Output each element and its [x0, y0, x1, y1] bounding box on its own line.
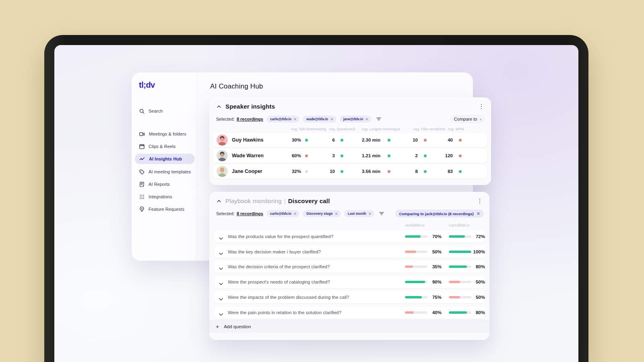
metric-value: 83 — [431, 164, 453, 179]
close-icon[interactable]: ✕ — [293, 212, 297, 216]
filter-chip[interactable]: Discovery stage ✕ — [303, 210, 341, 217]
question-row[interactable]: Was the decision criteria of the prospec… — [214, 261, 485, 273]
sidebar-item-feature-requests[interactable]: Feature Requests — [135, 204, 195, 214]
table-row[interactable]: Guy Hawkins 30% 6 2.30 min 10 40 — [213, 133, 487, 147]
chevron-down-icon — [219, 283, 223, 285]
sidebar-item-label: Integrations — [149, 194, 172, 199]
sidebar-item-ai-reports[interactable]: AI Reports — [135, 179, 195, 189]
expand-question-button[interactable] — [219, 264, 223, 272]
expand-question-button[interactable] — [219, 249, 223, 257]
sidebar-item-label: AI Insights Hub — [149, 156, 182, 161]
table-row[interactable]: Jane Cooper 32% 10 3.56 min 8 83 — [213, 164, 487, 179]
progress-value: 80% — [466, 306, 485, 319]
status-dot — [424, 139, 427, 142]
sidebar-item-integrations[interactable]: Integrations — [135, 191, 195, 202]
filter-chip[interactable]: carlo@tldv.io ✕ — [266, 115, 299, 123]
expand-question-button[interactable] — [219, 280, 223, 287]
question-row[interactable]: Were the pain points in relation to the … — [214, 306, 485, 319]
filter-icon[interactable] — [376, 117, 381, 121]
collapse-panel-button[interactable] — [216, 104, 222, 109]
metric-value: 2.30 min — [346, 133, 380, 147]
chevron-down-icon — [219, 267, 223, 270]
close-icon[interactable]: ✕ — [335, 212, 338, 216]
close-icon[interactable]: ✕ — [330, 117, 333, 121]
filter-chip[interactable]: jane@tldv.io ✕ — [340, 115, 372, 123]
chevron-down-icon — [219, 237, 223, 240]
collapse-panel-button[interactable] — [216, 198, 222, 204]
sidebar-item-search[interactable]: Search — [135, 106, 195, 116]
tag-icon — [139, 169, 144, 175]
question-row[interactable]: Were the impacts of the problem discusse… — [214, 291, 485, 303]
expand-question-button[interactable] — [219, 310, 223, 317]
sidebar-item-clips-reels[interactable]: Clips & Reels — [135, 141, 195, 152]
playbook-filter-row: Selected: 8 recordings carlo@tldv.io ✕ D… — [216, 210, 484, 218]
expand-question-button[interactable] — [219, 234, 223, 241]
sidebar-item-meetings-folders[interactable]: Meetings & folders — [135, 129, 195, 139]
video-camera-icon — [139, 132, 145, 137]
metric-value: 120 — [431, 148, 453, 163]
panel-title-muted: Playbook monitoring — [225, 197, 282, 204]
panel-title: Speaker insights — [225, 103, 275, 110]
comparing-label: Comparing to jack@tldv.io (8 recordings) — [399, 212, 473, 216]
progress-value: 50% — [466, 291, 485, 303]
kebab-menu-icon[interactable] — [478, 103, 485, 110]
metric-value: 6 — [310, 133, 335, 147]
page-title: AI Coaching Hub — [210, 82, 263, 90]
filter-chip[interactable]: carlo@tldv.io ✕ — [266, 210, 299, 217]
expand-question-button[interactable] — [219, 295, 223, 302]
status-dot — [459, 139, 462, 142]
chevron-right-icon: › — [480, 117, 481, 121]
metric-value: 3.56 min — [346, 164, 380, 179]
add-question-button[interactable]: + Add question — [209, 320, 489, 333]
column-header: Avg. Longest monologue — [361, 127, 400, 131]
question-text: Were the pain points in relation to the … — [228, 306, 341, 319]
metric-value: 3 — [310, 148, 335, 163]
question-row[interactable]: Were the prospect's needs of cataloging … — [214, 276, 485, 288]
sidebar-item-ai-insights-hub[interactable]: AI Insights Hub — [135, 154, 195, 164]
progress-value: 50% — [422, 246, 442, 258]
chip-label: jane@tldv.io — [343, 117, 363, 121]
column-header: Jack@tldv.io — [405, 223, 425, 227]
comparing-chip[interactable]: Comparing to jack@tldv.io (8 recordings)… — [395, 210, 484, 218]
close-icon[interactable]: ✕ — [293, 117, 297, 121]
close-icon[interactable]: ✕ — [365, 117, 368, 121]
question-text: Were the prospect's needs of cataloging … — [228, 276, 330, 288]
chip-label: carlo@tldv.io — [270, 117, 291, 121]
metric-value: 1.21 min — [346, 148, 380, 163]
column-header: Avg. Filler words/min — [413, 127, 446, 131]
filter-chip[interactable]: wade@tldv.io ✕ — [303, 115, 336, 123]
sidebar: tl;dv Search Meetings & folders — [132, 72, 197, 261]
panel-title-main: Discovery call — [288, 197, 330, 204]
status-dot — [305, 139, 308, 142]
table-row[interactable]: Wade Warren 60% 3 1.21 min 2 120 — [213, 148, 487, 163]
column-header: Avg. WPM — [448, 127, 464, 131]
status-dot — [459, 154, 462, 157]
question-row[interactable]: Was the key decision maker / buyer clari… — [214, 246, 485, 258]
progress-value: 75% — [422, 291, 442, 303]
close-icon[interactable]: ✕ — [368, 212, 372, 216]
progress-value: 90% — [422, 276, 442, 288]
trend-icon — [139, 156, 145, 161]
progress-value: 35% — [422, 261, 442, 273]
sidebar-item-label: Feature Requests — [149, 207, 184, 212]
filter-chip[interactable]: Last month ✕ — [344, 210, 374, 217]
sidebar-item-ai-meeting-templates[interactable]: AI meeting templates — [135, 167, 195, 177]
status-dot — [341, 154, 343, 157]
selected-count-link[interactable]: 8 recordings — [237, 117, 263, 121]
metric-value: 40 — [431, 133, 453, 147]
app-logo: tl;dv — [139, 80, 155, 90]
filter-icon[interactable] — [379, 212, 384, 216]
speaker-name: Jane Cooper — [232, 164, 262, 179]
selected-count-link[interactable]: 8 recordings — [237, 211, 263, 216]
kebab-menu-icon[interactable] — [477, 197, 483, 205]
metric-value: 30% — [266, 133, 301, 147]
chevron-up-icon — [217, 105, 221, 108]
chip-label: carlo@tldv.io — [270, 212, 291, 216]
status-dot — [459, 170, 462, 173]
question-row[interactable]: Was the products value for the prospect … — [214, 230, 485, 243]
metric-value: 2 — [390, 148, 418, 163]
close-icon[interactable]: ✕ — [477, 211, 480, 216]
compare-to-button[interactable]: Compare to › — [450, 115, 485, 123]
desktop-background: tl;dv Search Meetings & folders — [0, 0, 644, 362]
laptop-frame: tl;dv Search Meetings & folders — [44, 35, 588, 362]
